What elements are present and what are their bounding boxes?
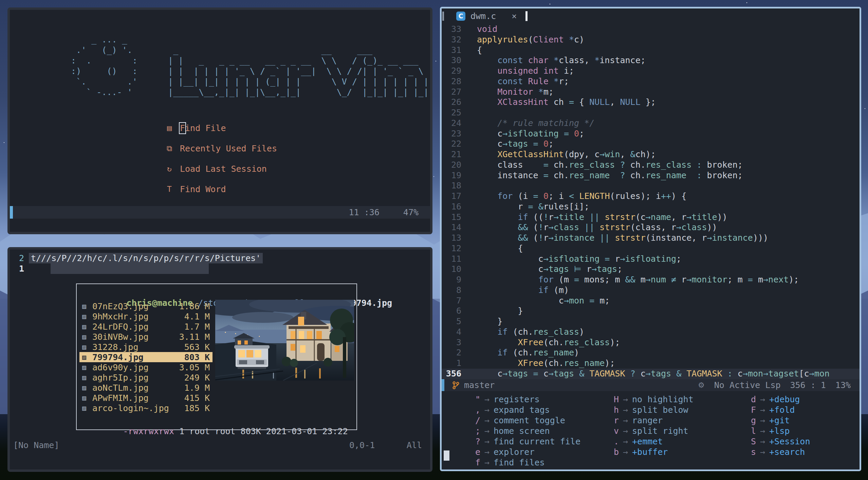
line-highlight: t///s/P//2/h/c/.l/s/n/s/p/p/s/r/r/s/Pict… (29, 253, 263, 263)
code-line[interactable]: 13 && (!r→instance || strstr(instance, r… (442, 233, 860, 243)
whichkey-key: . (612, 436, 619, 447)
git-branch-name[interactable]: master (464, 380, 495, 390)
code-line[interactable]: 6 } (442, 306, 860, 316)
code-line[interactable]: 23 c→isfloating = 0; (442, 129, 860, 139)
menu-item-find-word[interactable]: TFind Word (164, 179, 277, 199)
code-line[interactable]: 4 if (ch.res_class) (442, 327, 860, 337)
file-size: 1.9 M (174, 383, 210, 393)
code-line[interactable]: 7 c→mon = m; (442, 296, 860, 306)
code-line[interactable]: 356 c→tags = c→tags & TAGMASK ? c→tags &… (442, 369, 860, 379)
image-file-icon: ▨ (82, 373, 92, 382)
menu-item-find-file[interactable]: ▤Find File (164, 118, 277, 138)
code-line[interactable]: 28 const Rule *r; (442, 76, 860, 87)
arrow-icon: → (623, 394, 628, 405)
file-name: 07nEzQ3.jpg (92, 301, 174, 311)
line-number: 5 (442, 316, 461, 327)
image-file-icon: ▨ (82, 353, 92, 361)
code-line-text: /* rule matching */ (477, 118, 594, 129)
file-row[interactable]: ▨799794.jpg803 K (79, 352, 213, 362)
command-cursor (444, 450, 449, 461)
code-line[interactable]: 20 class = ch.res_class ? ch.res_class :… (442, 160, 860, 170)
file-picker-panel: chris@machine /storag/Pictures/wallpaper… (76, 283, 357, 430)
file-row[interactable]: ▨aoNcTLm.jpg1.9 M (79, 383, 213, 393)
file-row[interactable]: ▨24LrDFQ.jpg1.7 M (79, 321, 213, 332)
code-line[interactable]: 30 const char *class, *instance; (442, 55, 860, 66)
code-line[interactable]: 29 unsigned int i; (442, 66, 860, 76)
code-line-text: unsigned int i; (477, 66, 574, 76)
whichkey-binding: .→+emmet (612, 436, 749, 447)
dashboard-window[interactable]: _ ... _ .' (_) '. _ __ ___ : . : | | _ _… (7, 7, 432, 234)
line-number: 22 (442, 139, 461, 149)
whichkey-label: registers (494, 394, 539, 405)
whichkey-key: v (612, 426, 619, 436)
code-line-text: const char *class, *instance; (477, 55, 646, 66)
whichkey-key: / (474, 415, 480, 426)
code-editor[interactable]: 33void32applyrules(Client *c)31{30 const… (442, 24, 860, 379)
code-line[interactable]: 31{ (442, 45, 860, 56)
code-line[interactable]: 11 c→isfloating = r→isfloating; (442, 254, 860, 264)
code-line[interactable]: 15 if ((!r→title || strstr(c→name, r→tit… (442, 212, 860, 223)
code-line[interactable]: 14 && (!r→class || strstr(class, r→class… (442, 222, 860, 233)
code-line[interactable]: 25 (442, 108, 860, 118)
code-line[interactable]: 19 instance = ch.res_name ? ch.res_name … (442, 170, 860, 181)
file-row[interactable]: ▨APwFMIM.jpg415 K (79, 393, 213, 403)
code-line[interactable]: 32applyrules(Client *c) (442, 35, 860, 45)
code-line[interactable]: 18 (442, 181, 860, 191)
code-line[interactable]: 16 r = &rules[i]; (442, 202, 860, 212)
code-line[interactable]: 10 c→tags ⊨ r→tags; (442, 264, 860, 275)
buffer-line[interactable]: 2t///s/P//2/h/c/.l/s/n/s/p/p/s/r/r/s/Pic… (10, 253, 430, 263)
tab-close-icon[interactable]: × (512, 11, 517, 21)
arrow-icon: → (484, 405, 490, 415)
code-line[interactable]: 21 XGetClassHint(dpy, c→win, &ch); (442, 149, 860, 160)
file-row[interactable]: ▨9hMxcHr.jpg4.1 M (79, 311, 213, 321)
file-row[interactable]: ▨07nEzQ3.jpg1.86 M (79, 301, 213, 311)
code-line-text: c→isfloating = 0; (477, 129, 584, 139)
whichkey-binding: e→explorer (474, 447, 612, 457)
lsp-status: No Active Lsp (714, 380, 781, 390)
whichkey-key: d (749, 394, 756, 405)
file-row[interactable]: ▨30iNVBw.jpg3.11 M (79, 332, 213, 342)
code-line[interactable]: 2 if (ch.res_name) (442, 348, 860, 358)
menu-item-label: Find Word (180, 184, 226, 194)
c-language-icon: C (456, 12, 465, 21)
explorer-window[interactable]: 2t///s/P//2/h/c/.l/s/n/s/p/p/s/r/r/s/Pic… (7, 247, 432, 472)
code-line-text: void (477, 24, 497, 35)
code-line[interactable]: 9 for (m = mons; m && m→num ≠ r→monitor;… (442, 275, 860, 285)
buffer-line[interactable]: 1 (10, 263, 430, 274)
line-number: 18 (442, 181, 461, 191)
file-row[interactable]: ▨31228.jpg563 K (79, 342, 213, 352)
code-line[interactable]: 3 XFree(ch.res_class); (442, 337, 860, 348)
line-number: 21 (442, 149, 461, 160)
file-name: 30iNVBw.jpg (92, 332, 174, 342)
tab-filename[interactable]: dwm.c (470, 11, 496, 21)
file-row[interactable]: ▨ad6v90y.jpg3.05 M (79, 362, 213, 372)
menu-item-recently-used-files[interactable]: ⧉Recently Used Files (164, 138, 277, 159)
line-number: 24 (442, 118, 461, 129)
arrow-icon: → (484, 447, 490, 457)
code-line-text: r = &rules[i]; (477, 202, 589, 212)
file-row[interactable]: ▨arco-login~.jpg185 K (79, 403, 213, 413)
buffer-lines: 2t///s/P//2/h/c/.l/s/n/s/p/p/s/r/r/s/Pic… (10, 253, 430, 274)
code-line[interactable]: 26 XClassHint ch = { NULL, NULL }; (442, 97, 860, 108)
whichkey-key: H (612, 394, 619, 405)
menu-item-load-last-session[interactable]: ↻Load Last Session (164, 159, 277, 179)
line-number: 4 (442, 327, 461, 337)
file-row[interactable]: ▨aghr5Ip.jpg249 K (79, 372, 213, 383)
code-line[interactable]: 27 Monitor *m; (442, 87, 860, 97)
code-line[interactable]: 33void (442, 24, 860, 35)
code-line[interactable]: 1 XFree(ch.res_name); (442, 358, 860, 369)
editor-window[interactable]: C dwm.c × 33void32applyrules(Client *c)3… (440, 7, 861, 471)
arrow-icon: → (760, 426, 765, 436)
code-line[interactable]: 5 } (442, 316, 860, 327)
code-line[interactable]: 17 for (i = 0; i < LENGTH(rules); i++) { (442, 191, 860, 202)
file-size: 563 K (174, 342, 210, 352)
code-line[interactable]: 8 if (m) (442, 285, 860, 296)
whichkey-label: +debug (769, 394, 800, 405)
code-line[interactable]: 24 /* rule matching */ (442, 118, 860, 129)
code-line[interactable]: 12 { (442, 243, 860, 254)
file-size: 185 K (174, 403, 210, 413)
cursor-position: 11 :36 (349, 207, 380, 217)
code-line[interactable]: 22 c→tags = 0; (442, 139, 860, 149)
image-file-icon: ▨ (82, 333, 92, 341)
code-line-text: { (477, 45, 482, 56)
